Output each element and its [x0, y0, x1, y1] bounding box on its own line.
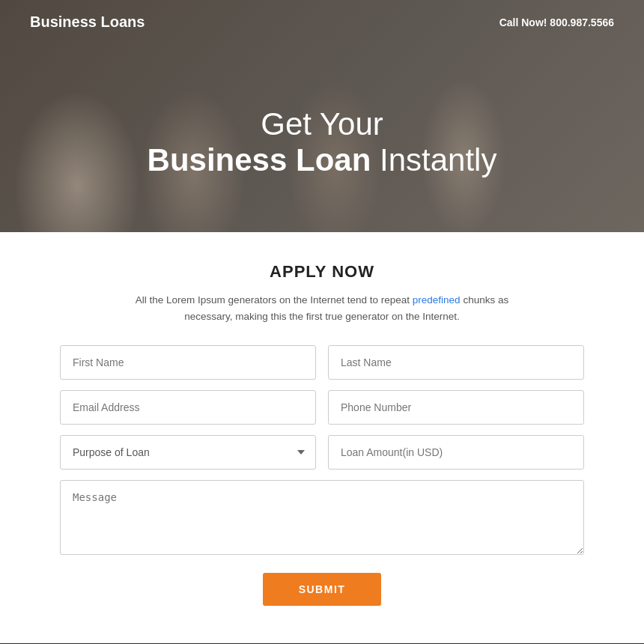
call-label: Call Now! [499, 16, 547, 28]
top-nav: Business Loans Call Now! 800.987.5566 [0, 0, 644, 44]
purpose-select[interactable]: Purpose of Loan Business Expansion Equip… [60, 435, 316, 470]
message-field [60, 480, 584, 558]
contact-row [60, 390, 584, 425]
amount-input[interactable] [328, 435, 584, 470]
phone-input[interactable] [328, 390, 584, 425]
hero-plain-text: Instantly [371, 142, 496, 177]
phone-number: Call Now! 800.987.5566 [499, 16, 614, 28]
hero-section: Business Loans Call Now! 800.987.5566 Ge… [0, 0, 644, 232]
form-section: APPLY NOW All the Lorem Ipsum generators… [0, 232, 644, 643]
hero-title-line1: Get Your [261, 106, 383, 142]
purpose-field: Purpose of Loan Business Expansion Equip… [60, 435, 316, 470]
message-row [60, 480, 584, 558]
form-desc-link[interactable]: predefined [413, 294, 461, 306]
submit-row: SUBMIT [60, 573, 584, 606]
last-name-field [328, 345, 584, 380]
first-name-input[interactable] [60, 345, 316, 380]
amount-field [328, 435, 584, 470]
site-logo: Business Loans [30, 13, 145, 31]
hero-title-line2: Business Loan Instantly [148, 142, 497, 178]
phone-field [328, 390, 584, 425]
hero-content: Get Your Business Loan Instantly [0, 44, 644, 232]
email-field [60, 390, 316, 425]
last-name-input[interactable] [328, 345, 584, 380]
submit-button[interactable]: SUBMIT [263, 573, 382, 606]
form-desc-text1: All the Lorem Ipsum generators on the In… [136, 294, 410, 306]
message-textarea[interactable] [60, 480, 584, 555]
email-input[interactable] [60, 390, 316, 425]
first-name-field [60, 345, 316, 380]
hero-bold-text: Business Loan [148, 142, 371, 177]
loan-details-row: Purpose of Loan Business Expansion Equip… [60, 435, 584, 470]
loan-application-form: Purpose of Loan Business Expansion Equip… [60, 345, 584, 606]
phone-value: 800.987.5566 [550, 16, 614, 28]
form-title: APPLY NOW [60, 262, 584, 282]
name-row [60, 345, 584, 380]
form-description: All the Lorem Ipsum generators on the In… [112, 292, 532, 324]
